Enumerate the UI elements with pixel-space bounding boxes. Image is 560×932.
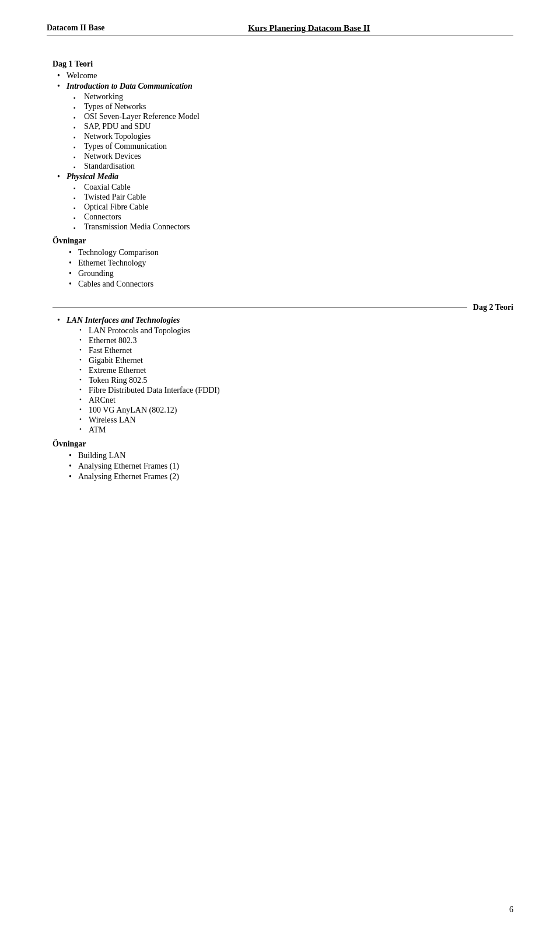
dag2-header-row: Dag 2 Teori xyxy=(52,303,513,312)
item-text: Transmission Media Connectors xyxy=(84,222,190,231)
item-text: Ethernet Technology xyxy=(78,259,146,267)
item-text: ARCnet xyxy=(89,396,116,404)
list-item: Types of Networks xyxy=(66,102,513,111)
list-item: Grounding xyxy=(64,269,513,278)
item-text: LAN Protocols and Topologies xyxy=(89,326,190,335)
item-text: Networking xyxy=(84,92,123,101)
list-item: Types of Communication xyxy=(66,142,513,151)
item-text: Grounding xyxy=(78,269,114,278)
ovningar-label2: Övningar xyxy=(52,439,86,449)
list-item: Cables and Connectors xyxy=(64,280,513,289)
item-text: Physical Media xyxy=(66,172,118,181)
item-text: Ethernet 802.3 xyxy=(89,336,136,345)
list-item: LAN Interfaces and Technologies LAN Prot… xyxy=(52,316,513,435)
list-item: Network Devices xyxy=(66,152,513,161)
item-text: Fibre Distributed Data Interface (FDDI) xyxy=(89,386,220,395)
list-item: ARCnet xyxy=(66,396,513,405)
item-text: OSI Seven-Layer Reference Model xyxy=(84,112,200,121)
list-item: Analysing Ethernet Frames (1) xyxy=(64,462,513,471)
list-item: Fast Ethernet xyxy=(66,346,513,355)
list-item: ATM xyxy=(66,425,513,435)
ovningar-row: Övningar xyxy=(52,236,513,246)
page: Datacom II Base Kurs Planering Datacom B… xyxy=(0,0,560,932)
list-item: Transmission Media Connectors xyxy=(66,222,513,232)
dag2-ovningar: Övningar Building LAN Analysing Ethernet… xyxy=(52,439,513,481)
item-text: Network Devices xyxy=(84,152,141,160)
dag2-section: Dag 2 Teori LAN Interfaces and Technolog… xyxy=(52,303,513,481)
sublevel3-list: LAN Protocols and Topologies Ethernet 80… xyxy=(66,326,513,435)
dag1-section: Dag 1 Teori Welcome Introduction to Data… xyxy=(52,50,513,289)
dag1-header: Dag 1 Teori xyxy=(52,60,93,69)
list-item: SAP, PDU and SDU xyxy=(66,122,513,131)
list-item: Token Ring 802.5 xyxy=(66,376,513,385)
item-text: Types of Communication xyxy=(84,142,167,151)
list-item: Physical Media Coaxial Cable Twisted Pai… xyxy=(52,172,513,232)
list-item: Building LAN xyxy=(64,451,513,460)
item-text: Token Ring 802.5 xyxy=(89,376,148,385)
list-item: Networking xyxy=(66,92,513,102)
item-text: Connectors xyxy=(84,212,121,221)
ovningar-row2: Övningar xyxy=(52,439,513,449)
list-item: Optical Fibre Cable xyxy=(66,203,513,212)
item-text: Building LAN xyxy=(78,451,125,460)
ovningar2-list: Building LAN Analysing Ethernet Frames (… xyxy=(64,451,513,481)
list-item: Introduction to Data Communication Netwo… xyxy=(52,82,513,171)
item-text: ATM xyxy=(89,425,106,434)
item-text: Fast Ethernet xyxy=(89,346,132,355)
content: Dag 1 Teori Welcome Introduction to Data… xyxy=(47,50,513,481)
list-item: Ethernet Technology xyxy=(64,259,513,268)
item-text: Introduction to Data Communication xyxy=(66,82,192,90)
item-text: Wireless LAN xyxy=(89,416,136,424)
list-item: Wireless LAN xyxy=(66,416,513,425)
page-number: 6 xyxy=(509,905,513,914)
item-text: Technology Comparison xyxy=(78,248,159,257)
item-text: Network Topologies xyxy=(84,132,150,141)
ovningar-list: Technology Comparison Ethernet Technolog… xyxy=(64,248,513,289)
list-item: Gigabit Ethernet xyxy=(66,356,513,365)
list-item: 100 VG AnyLAN (802.12) xyxy=(66,406,513,415)
list-item: Standardisation xyxy=(66,162,513,171)
item-text: Welcome xyxy=(66,71,97,80)
dag1-ovningar: Övningar Technology Comparison Ethernet … xyxy=(52,236,513,289)
list-item: Network Topologies xyxy=(66,132,513,141)
item-text: Standardisation xyxy=(84,162,135,170)
item-text: Cables and Connectors xyxy=(78,280,153,288)
list-item: Twisted Pair Cable xyxy=(66,193,513,202)
item-text: Types of Networks xyxy=(84,102,146,111)
dag2-divider xyxy=(52,308,467,308)
item-text: 100 VG AnyLAN (802.12) xyxy=(89,406,177,414)
item-text: Gigabit Ethernet xyxy=(89,356,143,365)
header-divider xyxy=(47,36,513,36)
header: Datacom II Base Kurs Planering Datacom B… xyxy=(47,23,513,33)
ovningar-label: Övningar xyxy=(52,236,86,246)
list-item: Welcome xyxy=(52,71,513,81)
list-item: LAN Protocols and Topologies xyxy=(66,326,513,336)
item-text: SAP, PDU and SDU xyxy=(84,122,150,131)
dag1-header-row: Dag 1 Teori xyxy=(52,50,513,71)
list-item: Extreme Ethernet xyxy=(66,366,513,375)
sublevel2-list: Coaxial Cable Twisted Pair Cable Optical… xyxy=(66,183,513,232)
top-left-label: Datacom II Base xyxy=(47,23,105,33)
item-text: LAN Interfaces and Technologies xyxy=(66,316,180,324)
item-text: Coaxial Cable xyxy=(84,183,131,191)
item-text: Analysing Ethernet Frames (1) xyxy=(78,462,179,470)
sublevel2-list: Networking Types of Networks OSI Seven-L… xyxy=(66,92,513,171)
item-text: Twisted Pair Cable xyxy=(84,193,146,201)
list-item: Ethernet 802.3 xyxy=(66,336,513,345)
item-text: Extreme Ethernet xyxy=(89,366,146,375)
list-item: Technology Comparison xyxy=(64,248,513,257)
item-text: Optical Fibre Cable xyxy=(84,203,148,211)
list-item: Connectors xyxy=(66,212,513,222)
list-item: OSI Seven-Layer Reference Model xyxy=(66,112,513,121)
dag2-header: Dag 2 Teori xyxy=(473,303,513,312)
list-item: Analysing Ethernet Frames (2) xyxy=(64,472,513,481)
list-item: Coaxial Cable xyxy=(66,183,513,192)
main-title: Kurs Planering Datacom Base II xyxy=(105,23,513,33)
dag2-list: LAN Interfaces and Technologies LAN Prot… xyxy=(52,316,513,435)
list-item: Fibre Distributed Data Interface (FDDI) xyxy=(66,386,513,395)
item-text: Analysing Ethernet Frames (2) xyxy=(78,472,179,481)
dag1-list: Welcome Introduction to Data Communicati… xyxy=(52,71,513,232)
